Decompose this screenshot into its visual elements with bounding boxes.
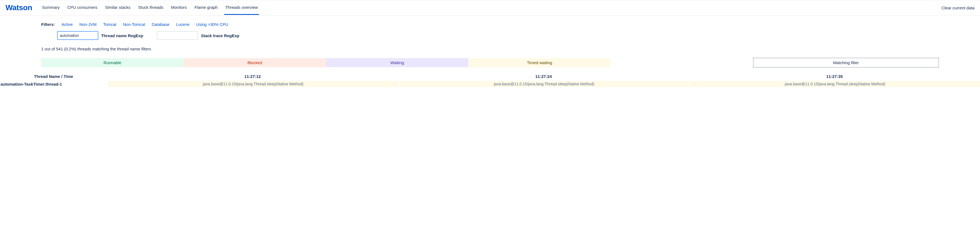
- main-nav: Summary CPU consumers Similar stacks Stu…: [41, 0, 259, 15]
- app-header: Watson Summary CPU consumers Similar sta…: [0, 0, 980, 15]
- header-thread-name: Thread Name / Time: [0, 74, 107, 79]
- filter-lucene[interactable]: Lucene: [176, 22, 189, 27]
- stack-cell-0[interactable]: java.base@11.0.15/java.lang.Thread.sleep…: [107, 81, 398, 87]
- threads-table: Thread Name / Time 11:27:12 11:27:24 11:…: [0, 74, 980, 87]
- legend-waiting: Waiting: [326, 58, 468, 67]
- nav-threads-overview[interactable]: Threads overview: [224, 0, 259, 15]
- table-row: automation-TaskTimer:thread-1 java.base@…: [0, 81, 980, 87]
- legend-row: Runnable Blocked Waiting Timed waiting M…: [41, 58, 939, 67]
- legend-timed: Timed waiting: [468, 58, 611, 67]
- filter-non-jvm[interactable]: Non-JVM: [80, 22, 97, 27]
- filter-tomcat[interactable]: Tomcat: [103, 22, 116, 27]
- filter-non-tomcat[interactable]: Non-Tomcat: [123, 22, 145, 27]
- clear-data-link[interactable]: Clear current data: [942, 5, 975, 10]
- thread-name-input[interactable]: [57, 31, 98, 40]
- filter-active[interactable]: Active: [62, 22, 73, 27]
- status-line: 1 out of 541 (0.2%) threads matching the…: [41, 46, 939, 51]
- nav-stuck-threads[interactable]: Stuck threads: [137, 0, 164, 15]
- legend-runnable: Runnable: [41, 58, 183, 67]
- matching-filter-box: Matching filter: [753, 58, 939, 67]
- stack-cell-2[interactable]: java.base@11.0.15/java.lang.Thread.sleep…: [689, 81, 980, 87]
- stack-cell-1[interactable]: java.base@11.0.15/java.lang.Thread.sleep…: [398, 81, 689, 87]
- table-header: Thread Name / Time 11:27:12 11:27:24 11:…: [0, 74, 980, 81]
- nav-cpu-consumers[interactable]: CPU consumers: [66, 0, 98, 15]
- filter-cpu-30[interactable]: Using >30% CPU: [196, 22, 228, 27]
- stack-trace-input[interactable]: [157, 31, 198, 40]
- header-time-0: 11:27:12: [107, 74, 398, 79]
- header-left: Watson Summary CPU consumers Similar sta…: [5, 0, 259, 15]
- header-time-2: 11:27:35: [689, 74, 980, 79]
- filter-database[interactable]: Database: [152, 22, 169, 27]
- nav-monitors[interactable]: Monitors: [170, 0, 188, 15]
- app-logo[interactable]: Watson: [5, 3, 32, 12]
- header-time-1: 11:27:24: [398, 74, 689, 79]
- filters-row: Filters: Active Non-JVM Tomcat Non-Tomca…: [41, 22, 939, 27]
- nav-similar-stacks[interactable]: Similar stacks: [104, 0, 132, 15]
- legend-blocked: Blocked: [183, 58, 326, 67]
- thread-name-label: Thread name RegExp: [101, 33, 143, 38]
- main-content: Filters: Active Non-JVM Tomcat Non-Tomca…: [0, 15, 980, 87]
- nav-summary[interactable]: Summary: [41, 0, 61, 15]
- inputs-row: Thread name RegExp Stack trace RegExp: [41, 31, 939, 40]
- stack-trace-label: Stack trace RegExp: [201, 33, 239, 38]
- thread-name-cell[interactable]: automation-TaskTimer:thread-1: [0, 82, 107, 87]
- filters-label: Filters:: [41, 22, 55, 27]
- nav-flame-graph[interactable]: Flame graph: [193, 0, 219, 15]
